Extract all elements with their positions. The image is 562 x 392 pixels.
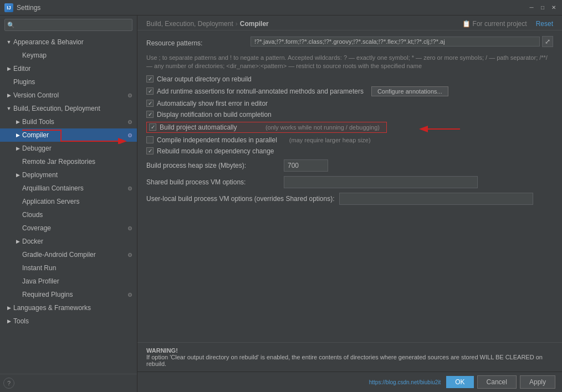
sidebar-item-appearance-behavior[interactable]: Appearance & Behavior [0, 35, 137, 49]
sidebar-item-coverage[interactable]: Coverage ⚙ [0, 221, 137, 235]
sidebar-item-arquillian[interactable]: Arquillian Containers ⚙ [0, 182, 137, 195]
sidebar-item-plugins[interactable]: Plugins [0, 75, 137, 89]
heap-size-input[interactable] [284, 159, 328, 172]
breadcrumb-current: Compiler [240, 20, 269, 28]
sidebar-item-label: Application Servers [22, 198, 79, 205]
checkbox-label: Clear output directory on rebuild [157, 75, 252, 83]
sidebar-item-build-tools[interactable]: Build Tools ⚙ [0, 115, 137, 128]
settings-icon: ⚙ [127, 185, 132, 192]
sidebar-item-compiler[interactable]: Compiler ⚙ [0, 128, 137, 142]
sidebar-item-label: Compiler [22, 131, 49, 139]
settings-icon: ⚙ [127, 292, 132, 298]
cancel-button[interactable]: Cancel [477, 375, 517, 389]
checkbox-compile-parallel-input[interactable] [146, 136, 154, 143]
close-button[interactable]: ✕ [550, 4, 558, 12]
maximize-button[interactable]: □ [539, 4, 546, 12]
checkbox-build-automatically-input[interactable] [149, 123, 156, 131]
search-icon: 🔍 [7, 22, 15, 29]
sidebar-item-debugger[interactable]: Debugger [0, 142, 137, 155]
sidebar: 🔍 Appearance & Behavior Keymap Editor [0, 16, 137, 392]
sidebar-item-label: Build, Execution, Deployment [13, 105, 100, 112]
settings-icon: ⚙ [127, 132, 132, 138]
apply-button[interactable]: Apply [520, 375, 555, 389]
arrow-icon [13, 250, 22, 259]
user-local-vm-label: User-local build process VM options (ove… [146, 195, 335, 203]
breadcrumb-separator: › [236, 20, 238, 28]
sidebar-item-remote-jar[interactable]: Remote Jar Repositories [0, 155, 137, 168]
sidebar-item-docker[interactable]: Docker [0, 235, 137, 248]
sidebar-item-deployment[interactable]: Deployment [0, 168, 137, 182]
sidebar-item-label: Gradle-Android Compiler [22, 251, 96, 259]
checkbox-show-first-error-input[interactable] [146, 100, 154, 107]
reset-button[interactable]: Reset [536, 20, 553, 28]
title-bar: IJ Settings ─ □ ✕ [0, 0, 562, 16]
sidebar-item-editor[interactable]: Editor [0, 62, 137, 75]
minimize-button[interactable]: ─ [528, 4, 535, 12]
checkbox-label: Automatically show first error in editor [157, 100, 268, 107]
ok-button[interactable]: OK [446, 376, 473, 388]
checkbox-show-first-error: Automatically show first error in editor [146, 100, 553, 107]
warning-box: WARNING! If option 'Clear output directo… [137, 342, 562, 372]
sidebar-item-label: Coverage [22, 224, 51, 232]
checkbox-rebuild-on-change-input[interactable] [146, 147, 154, 154]
sidebar-item-label: Version Control [13, 91, 59, 99]
project-icon: 📋 [462, 20, 471, 28]
sidebar-item-instant-run[interactable]: Instant Run [0, 261, 137, 275]
sidebar-item-build-execution[interactable]: Build, Execution, Deployment [0, 102, 137, 115]
sidebar-item-app-servers[interactable]: Application Servers [0, 195, 137, 208]
search-input[interactable] [4, 19, 132, 31]
sidebar-item-label: Required Plugins [22, 291, 73, 298]
sidebar-item-label: Tools [13, 317, 29, 325]
sidebar-item-label: Docker [22, 238, 43, 245]
settings-icon: ⚙ [127, 252, 132, 258]
sidebar-item-languages-frameworks[interactable]: Languages & Frameworks [0, 301, 137, 314]
checkbox-label: Build project automatically [160, 123, 237, 131]
checkbox-display-notification-input[interactable] [146, 111, 154, 118]
resource-hint: Use ; to separate patterns and ! to nega… [146, 54, 553, 71]
breadcrumb: Build, Execution, Deployment [146, 20, 233, 28]
sidebar-item-java-profiler[interactable]: Java Profiler [0, 275, 137, 288]
sidebar-item-version-control[interactable]: Version Control ⚙ [0, 89, 137, 102]
arrow-icon [13, 171, 22, 179]
arrow-icon [13, 210, 22, 219]
sidebar-item-label: Editor [13, 65, 30, 73]
arrow-icon [4, 91, 13, 100]
arrow-icon [4, 38, 13, 47]
help-button[interactable]: ? [3, 378, 14, 389]
sidebar-item-label: Keymap [22, 51, 47, 59]
arrow-icon [13, 157, 22, 166]
sidebar-item-label: Plugins [13, 78, 35, 86]
expand-button[interactable]: ⤢ [542, 36, 553, 47]
arrow-icon [4, 78, 13, 86]
resource-patterns-input[interactable] [251, 37, 540, 47]
sidebar-item-clouds[interactable]: Clouds [0, 208, 137, 221]
heap-size-label: Build process heap size (Mbytes): [146, 162, 279, 169]
settings-icon: ⚙ [127, 92, 132, 99]
checkbox-label: Rebuild module on dependency change [157, 147, 274, 155]
checkbox-rebuild-on-change: Rebuild module on dependency change [146, 147, 553, 155]
user-local-vm-input[interactable] [339, 193, 533, 205]
arrow-icon [13, 197, 22, 206]
sidebar-item-label: Arquillian Containers [22, 184, 84, 192]
settings-icon: ⚙ [127, 119, 132, 125]
sidebar-item-required-plugins[interactable]: Required Plugins ⚙ [0, 288, 137, 301]
checkbox-clear-output-input[interactable] [146, 75, 154, 82]
footer: https://blog.csdn.net/biubiu2it OK Cance… [137, 372, 562, 392]
arrow-icon [13, 131, 22, 140]
arrow-icon [13, 264, 22, 272]
arrow-icon [13, 277, 22, 286]
checkbox-runtime-assertions-input[interactable] [146, 87, 154, 95]
arrow-icon [13, 51, 22, 60]
arrow-icon [13, 144, 22, 153]
sidebar-item-gradle-android[interactable]: Gradle-Android Compiler ⚙ [0, 248, 137, 261]
configure-annotations-button[interactable]: Configure annotations... [371, 86, 448, 96]
shared-vm-input[interactable] [284, 176, 478, 188]
sidebar-item-label: Build Tools [22, 118, 54, 126]
sidebar-item-tools[interactable]: Tools [0, 314, 137, 328]
sidebar-item-label: Clouds [22, 211, 43, 219]
arrow-icon [4, 64, 13, 73]
checkbox-compile-parallel: Compile independent modules in parallel … [146, 136, 553, 144]
window-title: Settings [17, 4, 40, 12]
sidebar-item-keymap[interactable]: Keymap [0, 49, 137, 62]
checkbox-clear-output: Clear output directory on rebuild [146, 75, 553, 83]
